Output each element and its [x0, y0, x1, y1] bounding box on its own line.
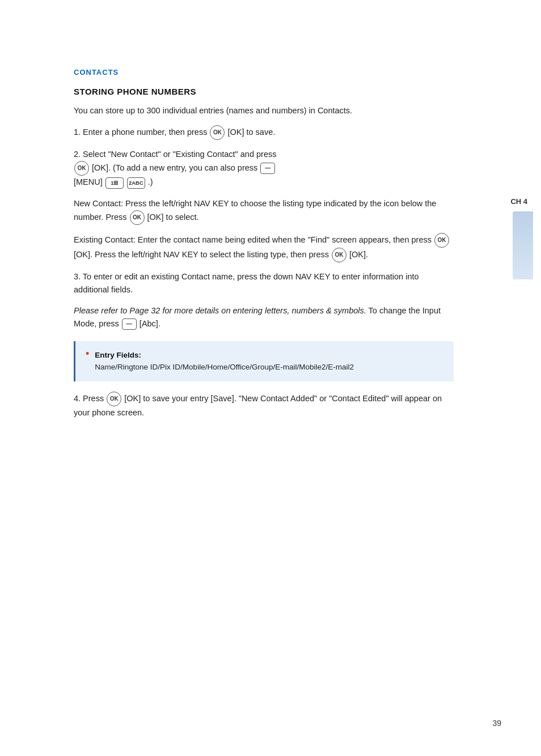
menu-button-abc: — [122, 318, 137, 330]
menu-button: — [260, 163, 275, 174]
step2-line1: 2. Select "New Contact" or "Existing Con… [74, 150, 276, 159]
new-contact-text: New Contact: Press the left/right NAV KE… [74, 199, 436, 222]
page-number: 39 [492, 719, 501, 728]
contacts-heading: CONTACTS [74, 68, 454, 77]
new-contact-para: New Contact: Press the left/right NAV KE… [74, 197, 454, 225]
ok-button-existing1: OK [434, 233, 449, 248]
italic-para: Please refer to Page 32 for more details… [74, 304, 454, 330]
step2: 2. Select "New Contact" or "Existing Con… [74, 148, 454, 189]
step1-text-before: 1. Enter a phone number, then press [74, 128, 209, 137]
step4-text-before: 4. Press [74, 394, 106, 403]
key1-button: 1⊞ [105, 177, 124, 189]
info-box-content: Entry Fields: Name/Ringtone ID/Pix ID/Mo… [95, 349, 354, 373]
italic-abc: [Abc]. [140, 319, 160, 328]
existing-text1: Existing Contact: Enter the contact name… [74, 235, 432, 244]
ch-label: CH 4 [505, 193, 533, 210]
step1: 1. Enter a phone number, then press OK [… [74, 125, 454, 140]
italic-text: Please refer to Page 32 for more details… [74, 306, 366, 315]
ok-button-step4: OK [107, 392, 121, 406]
intro-text: You can store up to 300 individual entri… [74, 104, 454, 117]
step1-text-after: [OK] to save. [227, 128, 275, 137]
info-box: • Entry Fields: Name/Ringtone ID/Pix ID/… [74, 341, 454, 381]
step4: 4. Press OK [OK] to save your entry [Sav… [74, 392, 454, 419]
existing-contact-para: Existing Contact: Enter the contact name… [74, 233, 454, 262]
sidebar: CH 4 [488, 0, 533, 756]
step2-text-end: .) [148, 177, 153, 186]
bullet-icon: • [86, 348, 89, 360]
existing-end: [OK]. [349, 250, 368, 259]
ok-button-new-contact: OK [130, 210, 145, 225]
new-contact-end: [OK] to select. [147, 213, 199, 222]
info-box-text: Name/Ringtone ID/Pix ID/Mobile/Home/Offi… [95, 363, 354, 371]
step3: 3. To enter or edit an existing Contact … [74, 270, 454, 296]
ok-button-step1: OK [210, 125, 225, 140]
ok-button-existing2: OK [332, 248, 346, 262]
step2-text-menu: [MENU] [74, 177, 105, 186]
step4-text-mid: [OK] to save your entry [Save]. "New Con… [74, 394, 442, 417]
step2-text-mid: [OK]. (To add a new entry, you can also … [92, 163, 260, 172]
info-box-title: Entry Fields: [95, 351, 141, 359]
ok-button-step2: OK [74, 161, 89, 176]
key2-button: 2ABC [127, 177, 145, 189]
section-title: STORING PHONE NUMBERS [74, 87, 454, 96]
sidebar-bar [513, 211, 533, 279]
existing-text2: [OK]. Press the left/right NAV KEY to se… [74, 250, 329, 259]
